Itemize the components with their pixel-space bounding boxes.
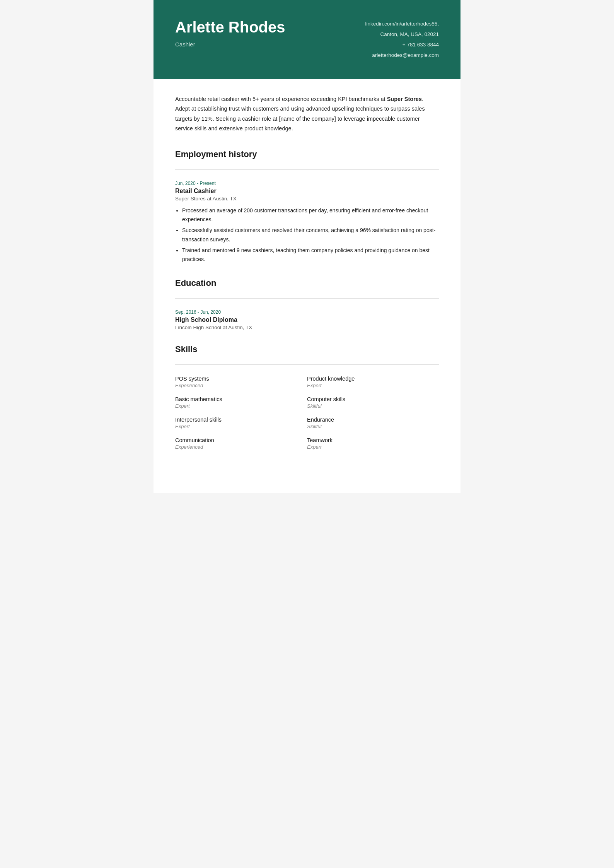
skill-name: Teamwork (307, 437, 439, 443)
phone-text: + 781 633 8844 (365, 39, 439, 50)
skill-level: Expert (307, 444, 439, 450)
skill-name: Communication (175, 437, 307, 443)
skill-level: Expert (175, 403, 307, 409)
skill-level: Expert (175, 424, 307, 429)
employment-section: Employment history Jun, 2020 - Present R… (175, 149, 439, 265)
skill-item: POS systems Experienced (175, 376, 307, 388)
summary-section: Accountable retail cashier with 5+ years… (175, 94, 439, 134)
job-bullets: Processed an average of 200 customer tra… (182, 206, 439, 265)
job-title: Retail Cashier (175, 188, 439, 195)
education-title: Education (175, 278, 439, 290)
skill-name: Basic mathematics (175, 396, 307, 402)
summary-bold: Super Stores (387, 96, 422, 102)
resume-content: Accountable retail cashier with 5+ years… (154, 79, 460, 493)
edu-date: Sep, 2016 - Jun, 2020 (175, 309, 439, 315)
employment-divider (175, 169, 439, 170)
skill-item: Product knowledge Expert (307, 376, 439, 388)
skill-level: Skillful (307, 424, 439, 429)
education-divider (175, 298, 439, 299)
skill-item: Endurance Skillful (307, 417, 439, 429)
email-text: arletterhodes@example.com (365, 50, 439, 60)
linkedin-link: linkedin.com/in/arletterhodes55, (365, 19, 439, 29)
bullet-1: Processed an average of 200 customer tra… (182, 206, 439, 225)
header-contact: linkedin.com/in/arletterhodes55, Canton,… (365, 19, 439, 60)
skill-name: Interpersonal skills (175, 417, 307, 423)
edu-degree: High School Diploma (175, 316, 439, 323)
bullet-2: Successfully assisted customers and reso… (182, 226, 439, 244)
skills-divider (175, 364, 439, 365)
skill-level: Experienced (175, 444, 307, 450)
location-text: Canton, MA, USA, 02021 (365, 29, 439, 39)
skills-grid: POS systems Experienced Product knowledg… (175, 376, 439, 458)
skill-name: Product knowledge (307, 376, 439, 382)
skill-name: Endurance (307, 417, 439, 423)
job-company: Super Stores at Austin, TX (175, 196, 439, 202)
skills-section: Skills POS systems Experienced Product k… (175, 344, 439, 458)
skill-item: Computer skills Skillful (307, 396, 439, 409)
job-date: Jun, 2020 - Present (175, 181, 439, 186)
skill-name: POS systems (175, 376, 307, 382)
employment-title: Employment history (175, 149, 439, 162)
skill-level: Experienced (175, 383, 307, 388)
edu-school: Lincoln High School at Austin, TX (175, 325, 439, 330)
skills-title: Skills (175, 344, 439, 357)
bullet-3: Trained and mentored 9 new cashiers, tea… (182, 246, 439, 265)
education-section: Education Sep, 2016 - Jun, 2020 High Sch… (175, 278, 439, 330)
skill-item: Communication Experienced (175, 437, 307, 450)
skill-level: Skillful (307, 403, 439, 409)
header-left: Arlette Rhodes Cashier (175, 19, 365, 48)
candidate-name: Arlette Rhodes (175, 19, 365, 36)
candidate-title: Cashier (175, 41, 365, 48)
skill-name: Computer skills (307, 396, 439, 402)
skill-item: Teamwork Expert (307, 437, 439, 450)
resume-header: Arlette Rhodes Cashier linkedin.com/in/a… (154, 0, 460, 79)
resume-document: Arlette Rhodes Cashier linkedin.com/in/a… (154, 0, 460, 493)
skill-level: Expert (307, 383, 439, 388)
skill-item: Basic mathematics Expert (175, 396, 307, 409)
skill-item: Interpersonal skills Expert (175, 417, 307, 429)
